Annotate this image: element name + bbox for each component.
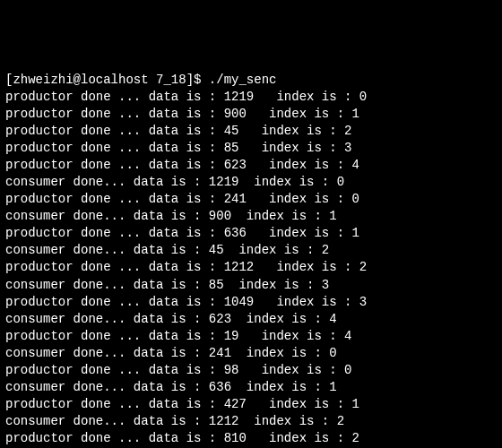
output-line-productor: productor done ... data is : 636 index i… <box>5 225 497 242</box>
output-line-productor: productor done ... data is : 900 index i… <box>5 106 497 123</box>
shell-command: ./my_senc <box>209 73 277 87</box>
terminal-output[interactable]: [zhweizhi@localhost 7_18]$ ./my_sencprod… <box>5 72 497 448</box>
shell-prompt: [zhweizhi@localhost 7_18]$ <box>5 73 209 87</box>
output-line-productor: productor done ... data is : 241 index i… <box>5 191 497 208</box>
output-line-consumer: consumer done... data is : 85 index is :… <box>5 277 497 294</box>
output-line-productor: productor done ... data is : 810 index i… <box>5 430 497 447</box>
output-line-productor: productor done ... data is : 98 index is… <box>5 362 497 379</box>
output-line-consumer: consumer done... data is : 900 index is … <box>5 208 497 225</box>
output-line-productor: productor done ... data is : 427 index i… <box>5 396 497 413</box>
output-line-consumer: consumer done... data is : 45 index is :… <box>5 242 497 259</box>
output-line-consumer: consumer done... data is : 623 index is … <box>5 311 497 328</box>
output-line-consumer: consumer done... data is : 1219 index is… <box>5 174 497 191</box>
output-line-productor: productor done ... data is : 1212 index … <box>5 259 497 276</box>
output-line-productor: productor done ... data is : 45 index is… <box>5 123 497 140</box>
output-line-consumer: consumer done... data is : 636 index is … <box>5 379 497 396</box>
output-line-productor: productor done ... data is : 1219 index … <box>5 89 497 106</box>
output-line-productor: productor done ... data is : 85 index is… <box>5 140 497 157</box>
output-line-productor: productor done ... data is : 19 index is… <box>5 328 497 345</box>
output-line-productor: productor done ... data is : 1049 index … <box>5 294 497 311</box>
output-line-consumer: consumer done... data is : 1212 index is… <box>5 413 497 430</box>
output-line-productor: productor done ... data is : 623 index i… <box>5 157 497 174</box>
output-line-consumer: consumer done... data is : 241 index is … <box>5 345 497 362</box>
shell-prompt-line: [zhweizhi@localhost 7_18]$ ./my_senc <box>5 72 497 89</box>
